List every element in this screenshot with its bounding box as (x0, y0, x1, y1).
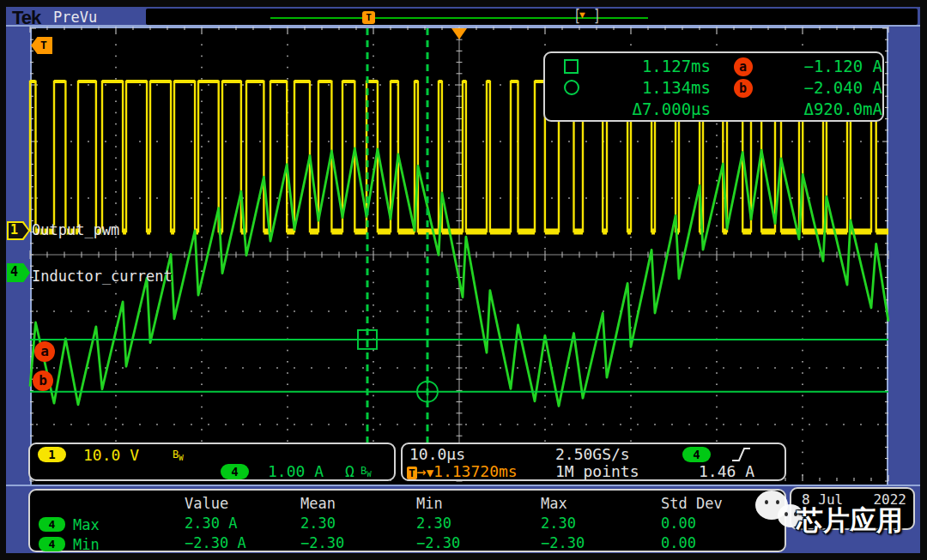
graticule-top-divider (6, 25, 920, 27)
meas-min-max: −2.30 (541, 534, 661, 554)
bottom-border (0, 553, 927, 560)
meas-min-stddev: 0.00 (661, 534, 785, 554)
channel4-badge[interactable]: 4 (221, 464, 249, 479)
meas-max-max: 2.30 (541, 515, 661, 534)
meas-row-max-badge: 4 (39, 517, 65, 532)
cursor-a-value: −1.120 A (775, 57, 882, 78)
meas-row-min-label[interactable]: 4 Min (39, 534, 185, 554)
cursor-b-value: −2.040 A (775, 78, 882, 99)
watermark-text: 芯片应用 (797, 503, 903, 539)
channel4-label: Inductor_current (32, 268, 173, 285)
title-bar: Tek PreVu T [ ▼ ] (6, 7, 920, 27)
trigger-position-readout: T→▼1.13720ms (407, 462, 518, 480)
cursor-b-circle-icon (564, 80, 579, 95)
horizontal-trigger-panel: 10.0μs 2.50GS/s 4 T→▼1.13720ms 1M points… (401, 443, 786, 481)
expand-point-icon: ▼ (579, 9, 585, 21)
meas-min-mean: −2.30 (300, 534, 416, 554)
cursor-a-square-icon (564, 59, 579, 74)
meas-header-min: Min (416, 495, 541, 515)
meas-max-mean: 2.30 (300, 515, 416, 534)
record-view-panel: T [ ▼ ] (146, 9, 918, 25)
meas-max-min: 2.30 (416, 515, 541, 534)
window-bracket-right-icon[interactable]: ] (593, 7, 601, 27)
trigger-level-readout[interactable]: 1.46 A (699, 462, 754, 480)
channel1-scale[interactable]: 10.0 V (83, 446, 139, 464)
cursor-a-value-badge: a (734, 57, 753, 76)
oscilloscope-screen: Tek PreVu T [ ▼ ] 1 4 T Output_pwm Induc… (0, 0, 927, 560)
meas-header-value: Value (185, 495, 300, 515)
cursor-delta-value: Δ920.0mA (775, 99, 882, 121)
graticule-bottom-divider (6, 485, 920, 486)
cursor-b-value-badge: b (734, 79, 753, 98)
channel1-bandwidth-icon: BW (173, 449, 184, 462)
channel4-bandwidth-icon: BW (360, 465, 372, 479)
record-length: 1M points (555, 462, 639, 480)
trigger-source-badge[interactable]: 4 (682, 447, 711, 462)
cursor-delta-time: Δ7.000μs (595, 99, 711, 121)
channel1-zero-marker-label: 1 (10, 222, 18, 238)
channel1-label: Output_pwm (32, 221, 119, 238)
trigger-marker-icon: ▼ (427, 466, 433, 479)
cursor-a-time: 1.127ms (595, 57, 711, 78)
cursor-a-badge[interactable]: a (34, 341, 55, 362)
meas-row-max-label[interactable]: 4 Max (39, 515, 185, 534)
channel4-zero-marker-label: 4 (10, 264, 18, 280)
meas-header-mean: Mean (300, 495, 416, 515)
meas-max-value: 2.30 A (185, 515, 300, 534)
meas-header-max: Max (541, 495, 661, 515)
record-view-line (270, 17, 648, 19)
channel1-badge[interactable]: 1 (38, 447, 66, 462)
record-trigger-marker[interactable]: T (362, 11, 375, 24)
measurement-table: Value Mean Min Max Std Dev 4 Max 2.30 A … (28, 489, 786, 552)
timebase-scale[interactable]: 10.0μs (409, 445, 465, 463)
sample-rate: 2.50GS/s (555, 445, 630, 463)
cursor-b-badge[interactable]: b (33, 370, 53, 391)
channel4-coupling: Ω (345, 462, 354, 480)
cursor-b-time: 1.134ms (595, 78, 711, 99)
meas-min-min: −2.30 (416, 534, 541, 554)
trigger-t-icon: T (407, 467, 417, 479)
meas-row-min-badge: 4 (39, 537, 65, 551)
meas-min-value: −2.30 A (185, 534, 300, 554)
trigger-slope-rising-icon (729, 445, 753, 464)
channel4-scale[interactable]: 1.00 A (268, 462, 324, 480)
cursor-readout-panel: 1.127ms a −1.120 A 1.134ms b −2.040 A Δ7… (543, 51, 884, 122)
acquisition-status: PreVu (53, 9, 97, 26)
channel-readout-panel: 1 10.0 V BW 4 1.00 A Ω BW (28, 443, 396, 481)
